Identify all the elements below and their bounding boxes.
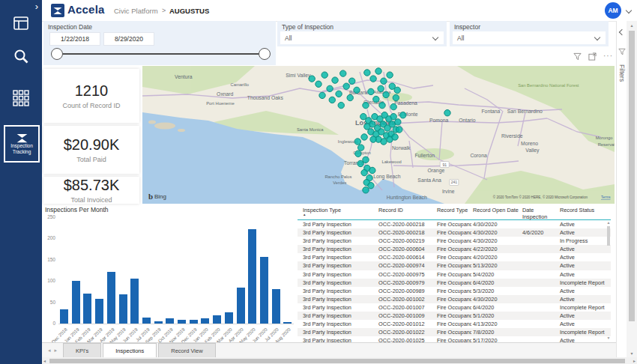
more-options-icon[interactable]: ··· [603, 54, 613, 58]
v-scroll-thumb[interactable] [629, 31, 635, 321]
map-visual[interactable]: 91241 VenturaCamarilloOxnardPort Hueneme… [142, 66, 615, 204]
map-data-point[interactable] [357, 160, 363, 166]
map-data-point[interactable] [332, 77, 338, 83]
date-slider-track[interactable] [57, 53, 265, 55]
map-data-point[interactable] [370, 136, 376, 142]
table-row[interactable]: 3rd Party InspectionOCC-2020-000219Fire … [298, 237, 611, 245]
table-row[interactable]: 3rd Party InspectionOCC-2020-001009Fire … [298, 312, 611, 320]
map-data-point[interactable] [355, 151, 361, 157]
inspector-dropdown[interactable]: All [453, 31, 606, 44]
table-row[interactable]: 3rd Party InspectionOCC-2020-000974Fire … [298, 261, 611, 270]
map-data-point[interactable] [354, 139, 360, 145]
column-header-record-type[interactable]: Record Type [435, 205, 471, 220]
map-data-point[interactable] [327, 85, 333, 91]
map-data-point[interactable] [387, 72, 393, 78]
table-row[interactable]: 3rd Party InspectionOCC-2020-001007Fire … [298, 303, 611, 312]
type-dropdown[interactable]: All [280, 31, 444, 44]
map-data-point[interactable] [369, 167, 375, 173]
map-data-point[interactable] [390, 114, 396, 120]
scroll-up-icon[interactable]: ▲ [606, 220, 612, 225]
map-data-point[interactable] [393, 94, 399, 100]
map-data-point[interactable] [329, 97, 335, 103]
date-start-input[interactable]: 1/22/2018 [49, 32, 100, 46]
bar-jul-2020[interactable] [272, 289, 280, 324]
map-data-point[interactable] [336, 91, 342, 97]
map-terms-link[interactable]: Terms [601, 195, 611, 199]
map-data-point[interactable] [379, 102, 385, 108]
scroll-right-icon[interactable]: ▸ [633, 358, 636, 363]
column-header-record-open-date[interactable]: Record Open Date [471, 205, 521, 220]
focus-mode-icon[interactable] [588, 52, 597, 61]
map-data-point[interactable] [368, 183, 374, 189]
bar-aug-2020[interactable] [283, 322, 292, 324]
column-header-record-id[interactable]: Record ID [377, 205, 435, 220]
map-data-point[interactable] [392, 134, 398, 140]
bar-jan-2020[interactable] [201, 318, 209, 324]
map-data-point[interactable] [340, 70, 346, 76]
table-scrollbar[interactable]: ▲ ▼ [606, 220, 612, 340]
map-data-point[interactable] [400, 112, 406, 118]
map-data-point[interactable] [343, 83, 349, 89]
table-row[interactable]: 3rd Party InspectionOCC-2020-000218Fire … [298, 228, 611, 237]
map-data-point[interactable] [309, 76, 315, 82]
horizontal-scrollbar[interactable]: ◂ ▸ [42, 357, 637, 364]
avatar-chevron-down-icon[interactable] [626, 7, 632, 13]
bar-sep-2019[interactable] [154, 321, 163, 324]
sidebar-item-search[interactable] [0, 48, 42, 65]
map-data-point[interactable] [347, 94, 353, 100]
column-header-inspection-type[interactable]: Inspection Type▲ [298, 205, 377, 220]
map-data-point[interactable] [383, 91, 389, 97]
kpi-card-total-paid[interactable]: $20.90KTotal Paid [43, 126, 139, 174]
bar-dec-2018[interactable] [60, 309, 68, 324]
map-data-point[interactable] [319, 92, 325, 98]
map-data-point[interactable] [378, 85, 384, 91]
map-data-point[interactable] [363, 187, 369, 193]
kpi-card-count-of-record-id[interactable]: 1210Count of Record ID [43, 69, 139, 123]
map-data-point[interactable] [354, 87, 360, 93]
map-data-point[interactable] [361, 134, 367, 140]
tab-record-view[interactable]: Record View [158, 343, 215, 358]
expand-filters-chevron-icon[interactable] [619, 29, 625, 35]
map-data-point[interactable] [338, 102, 344, 108]
map-data-point[interactable] [375, 68, 381, 74]
h-scroll-thumb[interactable] [49, 359, 625, 363]
user-avatar[interactable]: AM [605, 2, 621, 19]
map-data-point[interactable] [390, 103, 396, 109]
map-data-point[interactable] [349, 78, 355, 84]
table-row[interactable]: 3rd Party InspectionOCC-2020-001002Fire … [298, 295, 611, 303]
breadcrumb-platform[interactable]: Civic Platform [114, 7, 158, 15]
tab-inspections[interactable]: Inspections [103, 343, 157, 358]
map-data-point[interactable] [361, 169, 367, 175]
scroll-left-icon[interactable]: ◂ [43, 358, 46, 363]
table-row[interactable]: 3rd Party InspectionOCC-2020-000989Fire … [298, 287, 611, 295]
map-data-point[interactable] [363, 102, 369, 108]
bar-feb-2019[interactable] [83, 294, 91, 324]
inspections-per-month-chart[interactable]: Inspections Per Month 050100150200250Dec… [43, 205, 297, 342]
map-data-point[interactable] [370, 76, 376, 82]
sidebar-item-layout[interactable] [0, 15, 42, 31]
table-row[interactable]: 3rd Party InspectionOCC-2020-001022Fire … [298, 328, 611, 336]
sidebar-expand-chevron-icon[interactable]: › [35, 1, 38, 12]
bar-dec-2019[interactable] [190, 320, 198, 324]
map-data-point[interactable] [321, 72, 327, 78]
map-data-point[interactable] [357, 145, 363, 151]
vertical-scrollbar[interactable]: ▴ ▾ [627, 21, 637, 357]
table-row[interactable]: 3rd Party InspectionOCC-2020-001012Fire … [298, 320, 611, 328]
bar-jan-2019[interactable] [72, 281, 80, 324]
table-row[interactable]: 3rd Party InspectionOCC-2020-000614Fire … [298, 253, 611, 261]
sidebar-item-inspection-tracking[interactable]: Inspection Tracking [4, 125, 40, 163]
bar-jun-2020[interactable] [260, 257, 268, 324]
date-slider-handle-left[interactable] [51, 48, 63, 60]
map-data-point[interactable] [368, 88, 374, 94]
table-row[interactable]: 3rd Party InspectionOCC-2020-000975Fire … [298, 270, 611, 279]
date-end-input[interactable]: 8/29/2020 [103, 32, 154, 46]
bar-jun-2019[interactable] [130, 279, 139, 324]
map-data-point[interactable] [316, 81, 321, 87]
filter-funnel-icon[interactable] [573, 52, 582, 61]
scroll-down-icon[interactable]: ▼ [606, 336, 612, 340]
tab-prev-icon[interactable]: ◂ [48, 348, 51, 354]
kpi-card-total-invoiced[interactable]: $85.73KTotal Invoiced [43, 177, 139, 204]
bar-apr-2020[interactable] [237, 288, 245, 324]
table-row[interactable]: 3rd Party InspectionOCC-2020-000218Fire … [298, 220, 611, 228]
bar-nov-2019[interactable] [178, 320, 186, 324]
